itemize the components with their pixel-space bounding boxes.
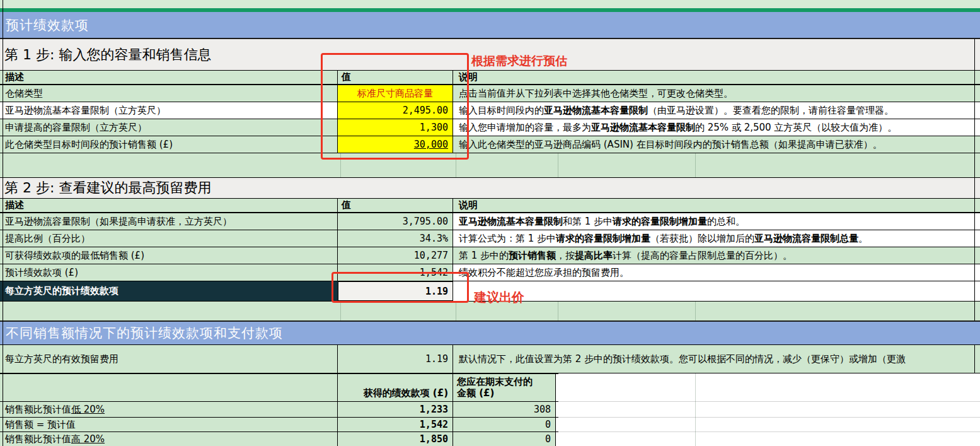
- table-row: 销售额比预计值低 20% 1,233 308: [0, 402, 558, 418]
- step2-heading: 第 2 步: 查看建议的最高预留费用: [0, 177, 980, 198]
- table-row: 提高比例（百分比） 34.3% 计算公式为：第 1 步中请求的容量限制增加量（若…: [0, 230, 980, 247]
- scenario-row3-label: 销售额比预计值高 20%: [0, 432, 338, 446]
- gridline: [558, 153, 558, 177]
- sheet-right-border: [974, 344, 975, 373]
- table-row: 此仓储类型目标时间段的预计销售额 (£) 30,000 输入此仓储类型的亚马逊商…: [0, 136, 980, 153]
- step2-row4-desc: 预计绩效款项 (£): [0, 264, 338, 281]
- step2-row3-value: 10,277: [338, 247, 453, 264]
- table-row: 销售额 = 预计值 1,542 0: [0, 418, 558, 432]
- step1-row2-desc: 亚马逊物流基本容量限制（立方英尺）: [0, 102, 338, 119]
- scenario-header-row: 获得的绩效款项 (£) 您应在期末支付的金额 (£): [0, 373, 558, 402]
- scenario-header-earned: 获得的绩效款项 (£): [338, 374, 453, 401]
- dark-row-empty-note: [453, 281, 980, 301]
- step1-row4-note: 输入此仓储类型的亚马逊商品编码 (ASIN) 在目标时间段内的预计销售总额（如果…: [453, 136, 980, 153]
- step1-header-note: 说明: [453, 71, 980, 84]
- section-banner-estimated-performance: 预计绩效款项: [0, 12, 980, 39]
- red-highlight-box-bid: [331, 272, 469, 303]
- step2-row3-note: 第 1 步中的预计销售额，按提高比率计算（提高的容量占限制总量的百分比）。: [453, 247, 980, 264]
- step1-header-row: 描述 值 说明: [0, 70, 980, 85]
- scenario-row1-pay: 308: [453, 402, 556, 417]
- gridline: [340, 302, 341, 320]
- scenario-header-empty: [0, 374, 338, 401]
- step2-row3-desc: 可获得绩效款项的最低销售额 (£): [0, 247, 338, 264]
- table-row: 亚马逊物流容量限制（如果提高申请获准，立方英尺） 3,795.00 亚马逊物流基…: [0, 213, 980, 230]
- table-row: 预计绩效款项 (£) 1,542 绩效积分不能超过您应承担的预留费用。: [0, 264, 980, 281]
- gridline: [558, 417, 980, 418]
- gridline: [558, 401, 980, 402]
- step2-title: 第 2 步: 查看建议的最高预留费用: [4, 179, 211, 197]
- step2-row1-value: 3,795.00: [338, 213, 453, 230]
- scenario-row2-pay: 0: [453, 418, 556, 431]
- scenario-row2-label: 销售额 = 预计值: [0, 418, 338, 431]
- annotation-estimate-as-needed: 根据需求进行预估: [471, 53, 567, 69]
- gridline: [695, 302, 696, 320]
- step2-row4-note: 绩效积分不能超过您应承担的预留费用。: [453, 264, 980, 281]
- sheet-right-border: [974, 39, 975, 320]
- gridline: [456, 302, 456, 320]
- step1-row4-desc: 此仓储类型目标时间段的预计销售额 (£): [0, 136, 338, 153]
- annotation-suggested-bid: 建议出价: [474, 289, 524, 306]
- table-row: 申请提高的容量限制（立方英尺） 1,300 输入您申请增加的容量，最多为亚马逊物…: [0, 119, 980, 136]
- table-row: 销售额比预计值高 20% 1,850 0: [0, 432, 558, 446]
- gridline: [558, 302, 558, 320]
- step1-row1-note: 点击当前值并从下拉列表中选择其他仓储类型，可更改仓储类型。: [453, 85, 980, 102]
- step2-row2-desc: 提高比例（百分比）: [0, 230, 338, 247]
- table-row: 仓储类型 标准尺寸商品容量 点击当前值并从下拉列表中选择其他仓储类型，可更改仓储…: [0, 85, 980, 102]
- scenario-header-pay: 您应在期末支付的金额 (£): [453, 374, 556, 401]
- spacer-band: [0, 153, 980, 177]
- scenario-header-pay-text: 您应在期末支付的金额 (£): [457, 376, 534, 400]
- red-highlight-box-inputs: [321, 53, 469, 160]
- scenario-row3-earned: 1,850: [338, 432, 453, 446]
- effective-reserve-label: 每立方英尺的有效预留费用: [0, 345, 338, 373]
- step1-row1-desc: 仓储类型: [0, 85, 338, 102]
- step2-row1-note: 亚马逊物流基本容量限制和第 1 步中请求的容量限制增加量的总和。: [453, 213, 980, 230]
- step1-row2-note: 输入目标时间段内的亚马逊物流基本容量限制（由亚马逊设置）。要查看您的限制，请前往…: [453, 102, 980, 119]
- section-banner-scenarios: 不同销售额情况下的预计绩效款项和支付款项: [0, 320, 980, 344]
- banner2-label: 不同销售额情况下的预计绩效款项和支付款项: [6, 324, 283, 342]
- table-row: 亚马逊物流基本容量限制（立方英尺） 2,495.00 输入目标时间段内的亚马逊物…: [0, 102, 980, 119]
- step2-header-note: 说明: [453, 199, 980, 212]
- top-row-strip: [0, 0, 980, 8]
- effective-reserve-row: 每立方英尺的有效预留费用 1.19 默认情况下，此值设置为第 2 步中的预计绩效…: [0, 344, 980, 373]
- gridline: [695, 373, 696, 446]
- step2-header-value: 值: [338, 199, 453, 212]
- scenario-row3-pay: 0: [453, 432, 556, 446]
- table-row: 可获得绩效款项的最低销售额 (£) 10,277 第 1 步中的预计销售额，按提…: [0, 247, 980, 264]
- effective-reserve-note: 默认情况下，此值设置为第 2 步中的预计绩效款项。您可以根据不同的情况，减少（更…: [453, 345, 980, 373]
- step1-title: 第 1 步: 输入您的容量和销售信息: [4, 45, 211, 64]
- step1-row3-note: 输入您申请增加的容量，最多为亚马逊物流基本容量限制的 25% 或 2,500 立…: [453, 119, 980, 136]
- step1-header-desc: 描述: [0, 71, 338, 84]
- scenario-row1-earned: 1,233: [338, 402, 453, 417]
- scenario-row1-label: 销售额比预计值低 20%: [0, 402, 338, 417]
- step2-header-desc: 描述: [0, 199, 338, 212]
- dark-row-label: 每立方英尺的预计绩效款项: [0, 281, 338, 301]
- step2-row2-value: 34.3%: [338, 230, 453, 247]
- banner1-label: 预计绩效款项: [6, 16, 89, 34]
- sheet-left-border: [3, 0, 3, 446]
- effective-reserve-value[interactable]: 1.19: [338, 345, 453, 373]
- fba-capacity-calculator-sheet: 预计绩效款项 第 1 步: 输入您的容量和销售信息 描述 值 说明 仓储类型 标…: [0, 0, 980, 446]
- step2-row2-note: 计算公式为：第 1 步中请求的容量限制增加量（若获批）除以增加后的亚马逊物流容量…: [453, 230, 980, 247]
- step2-row1-desc: 亚马逊物流容量限制（如果提高申请获准，立方英尺）: [0, 213, 338, 230]
- gridline: [558, 431, 980, 432]
- step2-header-row: 描述 值 说明: [0, 198, 980, 213]
- scenario-row2-earned: 1,542: [338, 418, 453, 431]
- step1-row3-desc: 申请提高的容量限制（立方英尺）: [0, 119, 338, 136]
- gridline: [695, 153, 696, 177]
